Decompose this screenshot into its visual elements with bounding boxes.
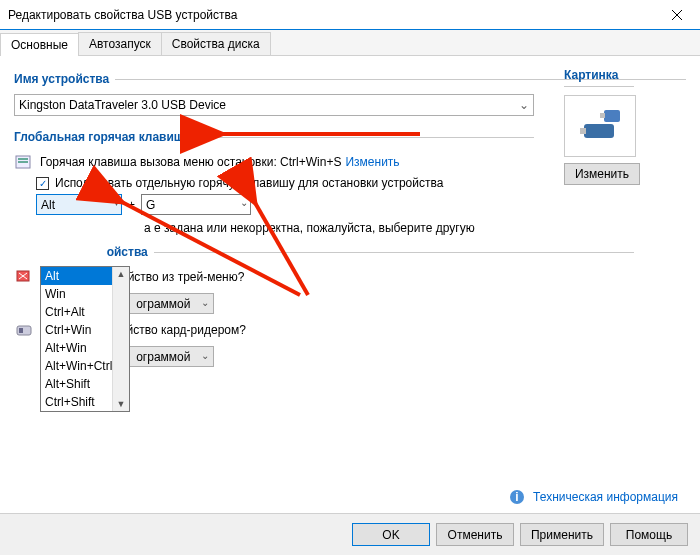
device-image: [564, 95, 636, 157]
svg-rect-4: [604, 110, 620, 122]
dropdown-scrollbar[interactable]: ▲ ▼: [112, 267, 129, 411]
svg-text:i: i: [515, 490, 518, 504]
use-own-hotkey-checkbox[interactable]: ✓: [36, 177, 49, 190]
annotation-arrow: [210, 124, 430, 147]
apply-button[interactable]: Применить: [520, 523, 604, 546]
tech-info-label: Техническая информация: [533, 490, 678, 504]
annotation-arrow: [248, 195, 368, 308]
device-name-combo[interactable]: Kingston DataTraveler 3.0 USB Device ⌄: [14, 94, 534, 116]
card-reader-icon: [14, 320, 34, 340]
usb-drive-icon: [576, 106, 624, 146]
ok-button[interactable]: OK: [352, 523, 430, 546]
chevron-down-icon: ⌄: [519, 98, 529, 112]
section-label-device-name: Имя устройства: [14, 72, 115, 86]
tabs: Основные Автозапуск Свойства диска: [0, 30, 700, 56]
svg-rect-3: [580, 128, 586, 134]
hotkey-menu-text: Горячая клавиша вызова меню остановки: C…: [40, 155, 341, 169]
tab-disk-properties[interactable]: Свойства диска: [161, 32, 271, 55]
svg-rect-8: [18, 161, 28, 163]
svg-line-19: [254, 201, 308, 295]
change-picture-button[interactable]: Изменить: [564, 163, 640, 185]
scroll-down-icon[interactable]: ▼: [117, 397, 126, 411]
modifier-value: Alt: [41, 198, 55, 212]
use-own-hotkey-label: Использовать отдельную горячую клавишу д…: [55, 176, 443, 190]
dialog-buttons: OK Отменить Применить Помощь: [0, 513, 700, 555]
tab-main[interactable]: Основные: [0, 33, 79, 56]
info-icon: i: [509, 489, 525, 505]
close-icon: [672, 10, 682, 20]
tray-icon: [14, 267, 34, 287]
close-button[interactable]: [654, 0, 700, 30]
title-bar: Редактировать свойства USB устройства: [0, 0, 700, 30]
svg-rect-5: [600, 113, 605, 118]
stop-menu-icon: [14, 152, 34, 172]
modifier-dropdown[interactable]: Alt Win Ctrl+Alt Ctrl+Win Alt+Win Alt+Wi…: [40, 266, 130, 412]
cancel-button[interactable]: Отменить: [436, 523, 514, 546]
help-button[interactable]: Помощь: [610, 523, 688, 546]
tech-info-link[interactable]: i Техническая информация: [509, 489, 678, 505]
tab-autorun[interactable]: Автозапуск: [78, 32, 162, 55]
svg-rect-7: [18, 158, 28, 160]
card-reader-value: ограммой: [136, 350, 190, 364]
scroll-up-icon[interactable]: ▲: [117, 267, 126, 281]
window-title: Редактировать свойства USB устройства: [8, 8, 654, 22]
chevron-down-icon: ⌄: [201, 350, 209, 361]
svg-rect-2: [584, 124, 614, 138]
svg-rect-13: [19, 328, 23, 333]
picture-panel: Картинка Изменить: [564, 68, 684, 185]
section-label-global-hotkey: Глобальная горячая клавиша: [14, 130, 197, 144]
picture-label: Картинка: [564, 68, 634, 87]
change-hotkey-link[interactable]: Изменить: [345, 155, 399, 169]
device-name-value: Kingston DataTraveler 3.0 USB Device: [19, 98, 226, 112]
